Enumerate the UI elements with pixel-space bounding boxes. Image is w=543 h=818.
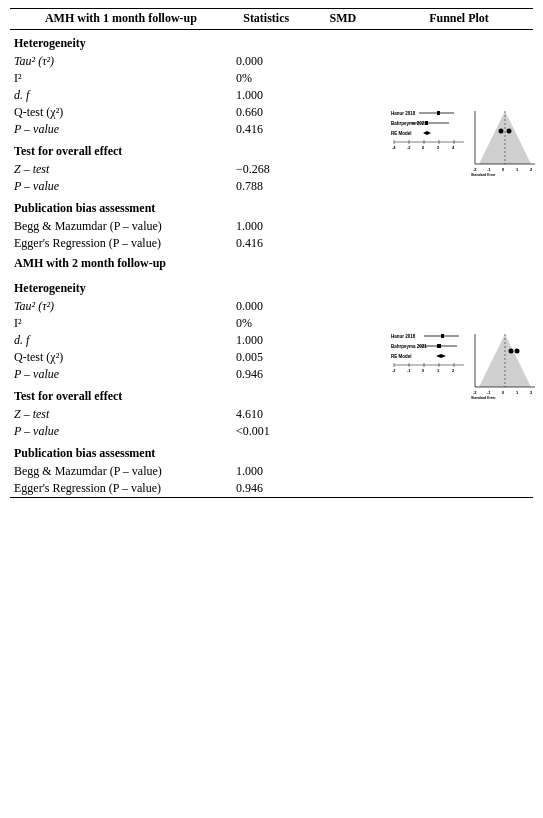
i2-label-1: I² bbox=[10, 70, 232, 87]
pvalue-value-2: 0.946 bbox=[232, 366, 301, 383]
pvalue-overall-value-1: 0.788 bbox=[232, 178, 301, 195]
qtest-value-2: 0.005 bbox=[232, 349, 301, 366]
svg-text:Hanur 2018: Hanur 2018 bbox=[391, 334, 416, 339]
svg-text:RE Model: RE Model bbox=[391, 131, 412, 136]
svg-text:Standard Error: Standard Error bbox=[471, 396, 496, 400]
begg-value-1: 1.000 bbox=[232, 218, 301, 235]
egger-label-2: Egger's Regression (P – value) bbox=[10, 480, 232, 498]
heterogeneity-label-1: Heterogeneity bbox=[10, 30, 301, 54]
i2-label-2: I² bbox=[10, 315, 232, 332]
df-value-2: 1.000 bbox=[232, 332, 301, 349]
funnel-plot-svg-2: -2 -1 0 1 2 Standard Error bbox=[471, 329, 539, 404]
begg-label-1: Begg & Mazumdar (P – value) bbox=[10, 218, 232, 235]
i2-value-2: 0% bbox=[232, 315, 301, 332]
overall-effect-label-1: Test for overall effect bbox=[10, 138, 301, 161]
svg-rect-5 bbox=[437, 111, 440, 115]
pvalue-overall-value-2: <0.001 bbox=[232, 423, 301, 440]
main-container: AMH with 1 month follow-up Statistics SM… bbox=[0, 0, 543, 506]
pvalue-overall-label-1: P – value bbox=[10, 178, 232, 195]
header-smd: SMD bbox=[301, 9, 386, 30]
forest-plot-svg-1: Hanur 2018 Bahrpeyma 2021 RE Model bbox=[389, 106, 469, 181]
forest-plot-section2: Hanur 2018 Bahrpeyma 2021 RE Model bbox=[385, 252, 533, 480]
svg-rect-40 bbox=[437, 344, 441, 348]
svg-text:Hanur 2018: Hanur 2018 bbox=[391, 111, 416, 116]
tau-value-1: 0.000 bbox=[232, 53, 301, 70]
svg-text:Bahrpeyma 2021: Bahrpeyma 2021 bbox=[391, 344, 427, 349]
ztest-value-1: −0.268 bbox=[232, 161, 301, 178]
forest-plot-section1: Hanur 2018 Bahrpeyma 2021 RE Model bbox=[385, 30, 533, 253]
pub-bias-label-2: Publication bias assessment bbox=[10, 440, 385, 463]
begg-label-2: Begg & Mazumdar (P – value) bbox=[10, 463, 232, 480]
header-funnel: Funnel Plot bbox=[385, 9, 533, 30]
ztest-label-2: Z – test bbox=[10, 406, 232, 423]
funnel-plot-svg-1: -2 -1 0 1 2 Standard Error bbox=[471, 106, 539, 181]
df-value-1: 1.000 bbox=[232, 87, 301, 104]
svg-rect-33 bbox=[389, 329, 469, 404]
qtest-label-2: Q-test (χ²) bbox=[10, 349, 232, 366]
svg-point-22 bbox=[499, 128, 504, 133]
pvalue-label-2: P – value bbox=[10, 366, 232, 383]
pub-bias-label-1: Publication bias assessment bbox=[10, 195, 385, 218]
svg-text:Bahrpeyma 2021: Bahrpeyma 2021 bbox=[391, 121, 427, 126]
combined-plot-1: Hanur 2018 Bahrpeyma 2021 RE Model bbox=[389, 106, 529, 181]
combined-plot-2: Hanur 2018 Bahrpeyma 2021 RE Model bbox=[389, 329, 529, 404]
header-statistics: Statistics bbox=[232, 9, 301, 30]
pvalue-value-1: 0.416 bbox=[232, 121, 301, 138]
heterogeneity-header-1: Heterogeneity Hanur 2018 Bahrpeyma 2021 … bbox=[10, 30, 533, 54]
i2-value-1: 0% bbox=[232, 70, 301, 87]
tau-value-2: 0.000 bbox=[232, 298, 301, 315]
section2-title-row: AMH with 2 month follow-up Hanur 2018 Ba… bbox=[10, 252, 533, 275]
forest-plot-svg-2: Hanur 2018 Bahrpeyma 2021 RE Model bbox=[389, 329, 469, 404]
table-header: AMH with 1 month follow-up Statistics SM… bbox=[10, 9, 533, 30]
qtest-label-1: Q-test (χ²) bbox=[10, 104, 232, 121]
tau-label-1: Tau² (τ²) bbox=[10, 53, 232, 70]
svg-point-55 bbox=[509, 348, 514, 353]
pvalue-overall-label-2: P – value bbox=[10, 423, 232, 440]
ztest-label-1: Z – test bbox=[10, 161, 232, 178]
svg-point-56 bbox=[515, 348, 520, 353]
egger-label-1: Egger's Regression (P – value) bbox=[10, 235, 232, 252]
df-label-2: d. f bbox=[10, 332, 232, 349]
ztest-value-2: 4.610 bbox=[232, 406, 301, 423]
svg-text:RE Model: RE Model bbox=[391, 354, 412, 359]
qtest-value-1: 0.660 bbox=[232, 104, 301, 121]
begg-value-2: 1.000 bbox=[232, 463, 301, 480]
header-label: AMH with 1 month follow-up bbox=[10, 9, 232, 30]
svg-rect-7 bbox=[425, 121, 428, 125]
egger-row-2: Egger's Regression (P – value) 0.946 bbox=[10, 480, 533, 498]
svg-text:Standard Error: Standard Error bbox=[471, 173, 496, 177]
pvalue-label-1: P – value bbox=[10, 121, 232, 138]
tau-label-2: Tau² (τ²) bbox=[10, 298, 232, 315]
egger-value-1: 0.416 bbox=[232, 235, 301, 252]
svg-rect-38 bbox=[441, 334, 444, 338]
section2-title: AMH with 2 month follow-up bbox=[10, 252, 301, 275]
overall-effect-label-2: Test for overall effect bbox=[10, 383, 301, 406]
df-label-1: d. f bbox=[10, 87, 232, 104]
egger-value-2: 0.946 bbox=[232, 480, 301, 498]
svg-point-23 bbox=[507, 128, 512, 133]
heterogeneity-label-2: Heterogeneity bbox=[10, 275, 301, 298]
svg-rect-0 bbox=[389, 106, 469, 181]
